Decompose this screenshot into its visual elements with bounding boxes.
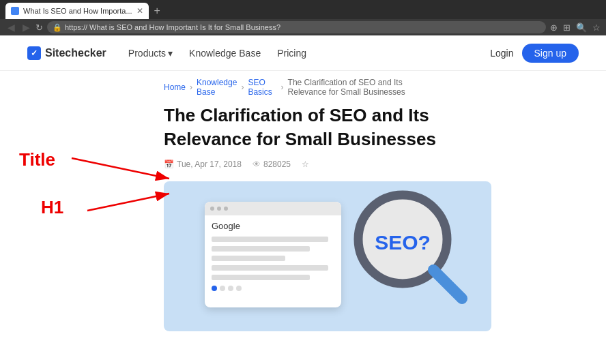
mockup-content: Google — [205, 215, 341, 297]
login-button[interactable]: Login — [490, 48, 513, 59]
site-logo[interactable]: ✓ Sitechecker — [27, 46, 106, 60]
breadcrumb-knowledge-base[interactable]: Knowledge Base — [197, 78, 237, 97]
website-content: ✓ Sitechecker Products ▾ Knowledge Base … — [0, 35, 606, 364]
tab-title: What Is SEO and How Importa... — [23, 7, 132, 15]
svg-line-2 — [433, 270, 462, 299]
mockup-line-1 — [212, 237, 328, 242]
breadcrumb-home[interactable]: Home — [164, 82, 186, 92]
key-icon: ⊕ — [550, 22, 558, 33]
mockup-line-4 — [212, 265, 328, 271]
svg-text:SEO?: SEO? — [375, 231, 431, 254]
mockup-dot-3 — [224, 207, 228, 211]
pricing-link[interactable]: Pricing — [277, 48, 306, 59]
eye-icon: 👁 — [252, 160, 261, 169]
hero-image: Google — [164, 181, 491, 331]
browser-mockup: Google — [205, 202, 341, 307]
mockup-line-3 — [212, 256, 285, 261]
breadcrumb-sep-1: › — [190, 82, 192, 92]
nav-right: Login Sign up — [490, 44, 579, 63]
search-icon[interactable]: 🔍 — [576, 22, 587, 33]
new-tab-button[interactable]: + — [149, 3, 166, 19]
browser-chrome: What Is SEO and How Importa... ✕ + ◀ ▶ ↻… — [0, 0, 606, 35]
mockup-line-5 — [212, 275, 310, 280]
article-date: Tue, Apr 17, 2018 — [177, 160, 242, 169]
mockup-bar — [205, 202, 341, 215]
article-title: The Clarification of SEO and Its Relevan… — [164, 104, 442, 151]
address-bar[interactable]: 🔒 https:// What is SEO and How Important… — [47, 21, 546, 33]
bookmark-article-icon[interactable]: ☆ — [302, 160, 309, 169]
bookmark-icon[interactable]: ☆ — [592, 22, 601, 33]
breadcrumb-sep-3: › — [281, 82, 284, 92]
back-button[interactable]: ◀ — [5, 22, 16, 33]
browser-toolbar: ◀ ▶ ↻ 🔒 https:// What is SEO and How Imp… — [0, 19, 606, 35]
main-content: The Clarification of SEO and Its Relevan… — [0, 104, 606, 331]
forward-button[interactable]: ▶ — [20, 22, 31, 33]
products-label: Products — [128, 48, 166, 59]
refresh-button[interactable]: ↻ — [35, 22, 43, 33]
lock-icon: 🔒 — [53, 23, 62, 32]
nav-dot-3 — [228, 286, 233, 291]
nav-dot-4 — [236, 286, 242, 291]
article-meta: 📅 Tue, Apr 17, 2018 👁 828025 ☆ — [164, 160, 442, 169]
browser-tabs: What Is SEO and How Importa... ✕ + — [0, 0, 606, 19]
url-text: https:// What is SEO and How Important I… — [65, 23, 280, 31]
tab-favicon — [11, 7, 19, 15]
calendar-icon: 📅 — [164, 160, 174, 169]
logo-checkmark: ✓ — [27, 46, 41, 60]
magnifier-graphic: SEO? — [351, 188, 467, 304]
mockup-google-label: Google — [212, 221, 334, 231]
nav-dot-2 — [220, 286, 225, 291]
active-tab[interactable]: What Is SEO and How Importa... ✕ — [5, 3, 149, 19]
check-icon: ✓ — [31, 48, 38, 58]
breadcrumb: Home › Knowledge Base › SEO Basics › The… — [0, 71, 606, 104]
products-dropdown-icon: ▾ — [168, 48, 173, 59]
breadcrumb-seo-basics[interactable]: SEO Basics — [248, 78, 276, 97]
article-views: 828025 — [263, 160, 291, 169]
tab-close-button[interactable]: ✕ — [136, 6, 143, 16]
mockup-line-2 — [212, 246, 310, 252]
meta-views: 👁 828025 — [252, 160, 291, 169]
translate-icon[interactable]: ⊞ — [563, 22, 571, 33]
logo-text: Sitechecker — [45, 47, 106, 59]
knowledge-base-link[interactable]: Knowledge Base — [189, 48, 261, 59]
mockup-dot-2 — [217, 207, 221, 211]
breadcrumb-sep-2: › — [241, 82, 244, 92]
nav-dot-1 — [212, 286, 217, 291]
nav-links: Products ▾ Knowledge Base Pricing — [128, 48, 306, 59]
breadcrumb-current: The Clarification of SEO and Its Relevan… — [288, 78, 442, 97]
mockup-nav-dots — [212, 286, 334, 291]
signup-button[interactable]: Sign up — [522, 44, 579, 63]
products-menu[interactable]: Products ▾ — [128, 48, 173, 59]
site-navigation: ✓ Sitechecker Products ▾ Knowledge Base … — [0, 35, 606, 71]
toolbar-right: ⊕ ⊞ 🔍 ☆ — [550, 22, 601, 33]
mockup-dot-1 — [210, 207, 214, 211]
meta-date: 📅 Tue, Apr 17, 2018 — [164, 160, 242, 169]
